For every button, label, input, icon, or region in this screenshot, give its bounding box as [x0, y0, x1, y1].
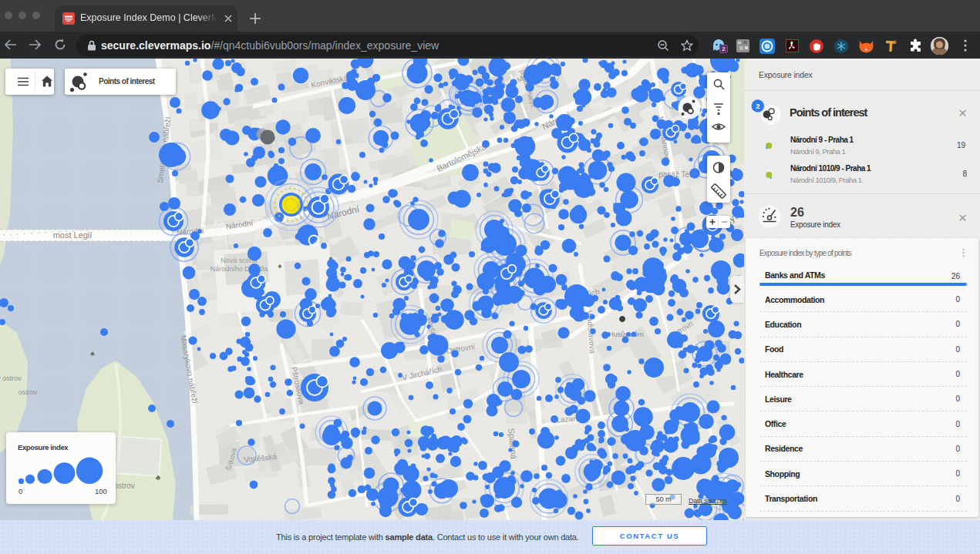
svg-text:ý ostrov: ý ostrov — [0, 374, 22, 382]
svg-text:♣: ♣ — [156, 473, 161, 482]
svg-text:100: 100 — [95, 487, 107, 495]
svg-text:0: 0 — [19, 487, 22, 495]
svg-text:♣: ♣ — [90, 350, 95, 358]
svg-text:ostrov: ostrov — [19, 388, 38, 396]
svg-text:2: 2 — [756, 102, 759, 110]
svg-text:♠: ♠ — [278, 262, 282, 270]
svg-text:most Legií: most Legií — [53, 230, 93, 240]
